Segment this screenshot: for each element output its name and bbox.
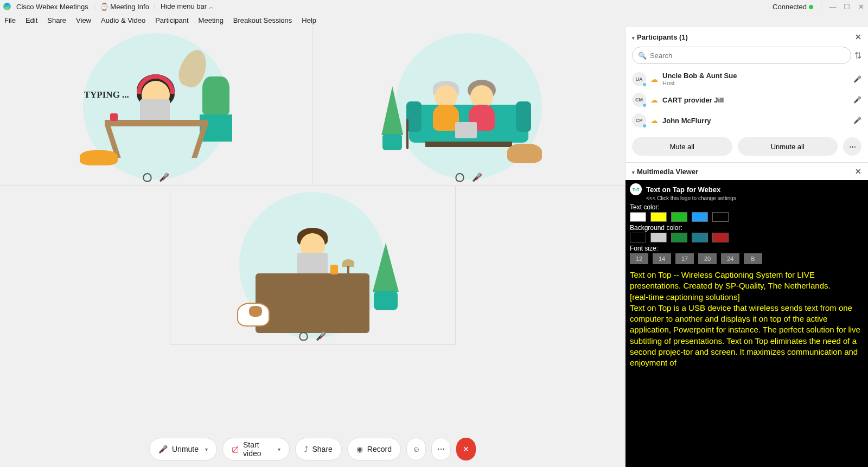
meeting-info-link[interactable]: ⌚ Meeting Info	[100, 3, 149, 11]
multimedia-viewer-title: Multimedia Viewer	[637, 168, 698, 176]
cloud-icon: ☁	[650, 75, 658, 84]
mic-muted-icon: 🎤̸	[159, 172, 169, 182]
unmute-all-button[interactable]: Unmute all	[738, 137, 838, 156]
mic-muted-icon: 🎤̸	[316, 331, 326, 341]
typing-label: TYPING ...	[84, 89, 129, 100]
font-size-button[interactable]: B	[744, 253, 762, 264]
menu-bar: FileEditShareViewAudio & VideoParticipan…	[0, 13, 868, 27]
webex-logo-icon	[3, 3, 11, 10]
hide-menubar-toggle[interactable]: Hide menu bar ︿	[161, 2, 214, 11]
participant-row[interactable]: CM☁CART provider Jill🎤	[632, 89, 861, 110]
participant-name: John McFlurry	[662, 117, 711, 125]
mic-muted-icon: 🎤̸	[472, 172, 482, 182]
font-size-button[interactable]: 17	[675, 253, 694, 264]
participant-avatar: UA	[632, 72, 646, 86]
caption-text: Text on Top -- Wireless Captioning Syste…	[630, 270, 864, 368]
menu-meeting[interactable]: Meeting	[199, 16, 224, 24]
close-panel-icon[interactable]: ✕	[855, 167, 861, 176]
reactions-button[interactable]: ☺	[406, 438, 426, 460]
connection-status: Connected	[773, 3, 813, 11]
mic-active-icon: 🎤	[853, 75, 861, 83]
menu-edit[interactable]: Edit	[25, 16, 37, 24]
share-icon: ⤴	[304, 445, 308, 453]
font-size-label: Font size:	[630, 245, 864, 252]
video-grid: TYPING ... 🎤̸	[0, 27, 625, 467]
participants-header[interactable]: Participants (1) ✕	[626, 27, 868, 47]
text-on-tap-logo-icon[interactable]: ToT	[630, 183, 642, 195]
mute-all-button[interactable]: Mute all	[632, 137, 732, 156]
smile-icon: ☺	[412, 445, 420, 453]
end-meeting-button[interactable]: ✕	[456, 438, 476, 460]
participant-list: UA☁Uncle Bob & Aunt SueHost🎤CM☁CART prov…	[626, 68, 868, 131]
color-swatch[interactable]	[712, 233, 729, 242]
font-size-button[interactable]: 20	[698, 253, 717, 264]
color-swatch[interactable]	[692, 212, 708, 222]
menu-share[interactable]: Share	[47, 16, 66, 24]
more-icon: ⋯	[437, 445, 445, 453]
participants-title: Participants (1)	[637, 33, 688, 41]
close-icon: ✕	[463, 445, 469, 453]
participant-illustration: TYPING ...	[83, 33, 229, 180]
font-size-button[interactable]: 24	[721, 253, 739, 264]
window-maximize-icon[interactable]: ☐	[843, 3, 851, 11]
unmute-button[interactable]: 🎤̸Unmute▾	[149, 438, 217, 460]
tot-title: Text on Tap for Webex	[646, 185, 720, 194]
color-swatch[interactable]	[671, 212, 687, 222]
menu-audio-video[interactable]: Audio & Video	[101, 16, 145, 24]
participant-more-button[interactable]: ⋯	[843, 137, 861, 156]
color-swatch[interactable]	[712, 212, 729, 222]
participant-name: CART provider Jill	[662, 96, 724, 104]
participant-avatar: CM	[632, 93, 646, 107]
menu-participant[interactable]: Participant	[155, 16, 188, 24]
more-options-button[interactable]: ⋯	[431, 438, 451, 460]
divider	[94, 3, 94, 10]
color-swatch[interactable]	[630, 212, 646, 222]
chevron-down-icon	[632, 33, 637, 41]
meeting-toolbar: 🎤̸Unmute▾ ▢̸Start video▾ ⤴Share ◉Record …	[149, 438, 476, 460]
sort-icon[interactable]: ⇅	[854, 50, 861, 61]
menu-breakout-sessions[interactable]: Breakout Sessions	[233, 16, 292, 24]
participant-illustration	[239, 192, 386, 338]
color-swatch[interactable]	[671, 233, 687, 242]
participant-name: Uncle Bob & Aunt Sue	[662, 72, 737, 80]
text-color-label: Text color:	[630, 203, 864, 211]
share-button[interactable]: ⤴Share	[295, 438, 342, 460]
headset-icon	[456, 173, 464, 182]
start-video-button[interactable]: ▢̸Start video▾	[222, 438, 289, 460]
close-panel-icon[interactable]: ✕	[855, 33, 861, 41]
menu-view[interactable]: View	[76, 16, 91, 24]
video-tile[interactable]: 🎤̸	[170, 186, 456, 345]
participant-row[interactable]: UA☁Uncle Bob & Aunt SueHost🎤	[632, 68, 861, 89]
search-input[interactable]	[650, 52, 845, 60]
color-swatch[interactable]	[650, 212, 667, 222]
chevron-down-icon	[632, 168, 637, 176]
title-bar: Cisco Webex Meetings ⌚ Meeting Info Hide…	[0, 0, 868, 13]
color-swatch[interactable]	[630, 233, 646, 242]
menu-file[interactable]: File	[4, 16, 16, 24]
mic-active-icon: 🎤	[853, 117, 861, 124]
window-minimize-icon[interactable]: —	[829, 3, 837, 11]
cloud-icon: ☁	[650, 116, 658, 125]
window-close-icon[interactable]: ✕	[857, 3, 865, 11]
bg-color-label: Background color:	[630, 224, 864, 232]
mic-icon: 🎤̸	[158, 445, 168, 453]
record-button[interactable]: ◉Record	[347, 438, 401, 460]
color-swatch[interactable]	[692, 233, 708, 242]
divider	[821, 3, 821, 10]
participant-avatar: CP	[632, 113, 646, 127]
video-tile[interactable]: TYPING ... 🎤̸	[0, 27, 313, 186]
video-tile[interactable]: 🎤̸	[313, 27, 626, 186]
mic-active-icon: 🎤	[853, 96, 861, 104]
camera-icon: ▢̸	[232, 445, 239, 453]
participant-search[interactable]: 🔍	[632, 47, 851, 64]
participant-illustration	[395, 33, 542, 180]
multimedia-viewer-body: ToT Text on Tap for Webex <<< Click this…	[626, 180, 868, 467]
participant-row[interactable]: CP☁John McFlurry🎤	[632, 110, 861, 131]
font-size-button[interactable]: 12	[630, 253, 648, 264]
font-size-button[interactable]: 14	[653, 253, 671, 264]
record-icon: ◉	[356, 445, 363, 453]
multimedia-viewer-header[interactable]: Multimedia Viewer ✕	[626, 162, 868, 180]
color-swatch[interactable]	[650, 233, 667, 242]
cloud-icon: ☁	[650, 95, 658, 104]
menu-help[interactable]: Help	[302, 16, 316, 24]
